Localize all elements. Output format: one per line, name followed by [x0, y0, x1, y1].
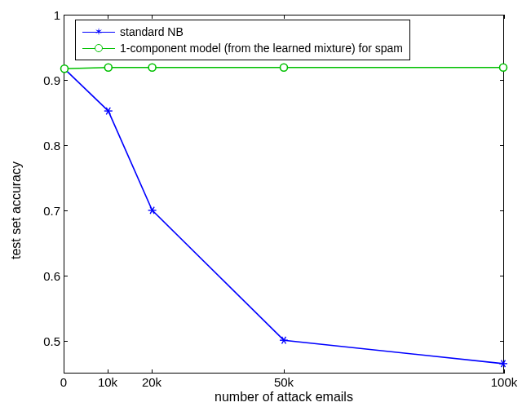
legend-entry-mixture: 1-component model (from the learned mixt… — [82, 40, 403, 56]
legend-entry-standard-nb: ✶ standard NB — [82, 24, 403, 40]
circle-icon — [61, 65, 69, 73]
x-axis-label: number of attack emails — [64, 390, 504, 405]
circle-icon — [500, 64, 507, 71]
chart-container: 0.50.60.70.80.91 010k20k50k100k test set… — [0, 0, 522, 420]
legend-swatch-mixture — [82, 41, 115, 55]
y-tick-label: 1 — [20, 8, 60, 22]
y-tick-label: 0.7 — [20, 204, 60, 218]
x-tick-label: 50k — [274, 375, 294, 389]
x-tick-label: 100k — [491, 375, 518, 389]
plot-area — [64, 15, 504, 374]
legend-label: 1-component model (from the learned mixt… — [120, 42, 403, 55]
circle-icon — [104, 64, 112, 71]
y-tick-label: 0.6 — [20, 269, 60, 283]
y-tick-label: 0.5 — [20, 334, 60, 348]
y-tick-label: 0.9 — [20, 73, 60, 87]
star-icon — [499, 360, 507, 368]
x-tick-label: 0 — [60, 375, 67, 389]
star-icon: ✶ — [95, 27, 103, 37]
circle-icon — [95, 44, 103, 52]
y-axis-label: test set accuracy — [9, 161, 24, 259]
plot-svg — [64, 15, 503, 373]
legend-label: standard NB — [120, 25, 184, 38]
x-tick-label: 10k — [98, 375, 117, 389]
circle-icon — [281, 64, 288, 71]
legend-swatch-standard-nb: ✶ — [82, 24, 115, 39]
y-tick-label: 0.8 — [20, 139, 60, 153]
circle-icon — [148, 64, 156, 71]
legend: ✶ standard NB 1-component model (from th… — [75, 20, 410, 60]
x-tick-label: 20k — [142, 375, 161, 389]
series-line — [64, 69, 503, 364]
